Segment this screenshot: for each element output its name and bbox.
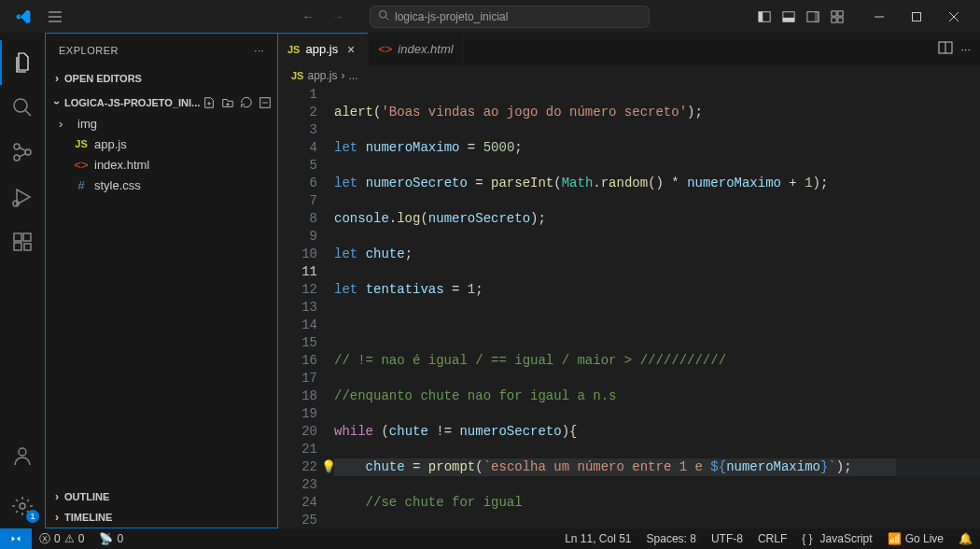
new-file-icon[interactable] [201,94,217,111]
tabs: JS app.js × <> index.html ··· [278,33,980,65]
breadcrumb-separator: › [342,69,345,82]
scm-icon[interactable] [0,130,45,175]
file-label: app.js [94,137,127,151]
toggle-secondary-icon[interactable] [803,7,823,27]
encoding-status[interactable]: UTF-8 [704,532,750,545]
warning-icon: ⚠ [64,532,75,545]
more-icon[interactable]: ··· [254,45,264,56]
statusbar: ⓧ0 ⚠0 📡0 Ln 11, Col 51 Spaces: 8 UTF-8 C… [0,528,980,549]
menu-icon[interactable] [39,1,71,33]
minimize-icon[interactable] [861,0,898,33]
vscode-logo-icon [7,1,39,33]
chevron-down-icon: › [50,95,63,110]
tree-file-indexhtml[interactable]: <> index.html [46,154,277,175]
tree-file-stylecss[interactable]: # style.css [46,175,277,195]
svg-rect-10 [838,17,843,21]
file-label: style.css [94,178,141,192]
chevron-right-icon: › [49,490,64,503]
new-folder-icon[interactable] [219,94,236,111]
search-activity-icon[interactable] [0,85,45,130]
refresh-icon[interactable] [238,94,255,111]
layout-customize-icon[interactable] [827,7,847,27]
cursor-position[interactable]: Ln 11, Col 51 [557,532,638,545]
html-file-icon: <> [74,158,89,172]
eol-status[interactable]: CRLF [750,532,794,545]
svg-rect-7 [832,10,836,15]
settings-gear-icon[interactable]: 1 [0,484,45,528]
command-center-text: logica-js-projeto_inicial [395,10,508,23]
svg-rect-9 [832,17,836,21]
svg-rect-6 [815,11,819,21]
js-file-icon: JS [74,138,89,149]
svg-rect-2 [759,11,763,21]
run-debug-icon[interactable] [0,175,45,219]
folder-label: img [77,117,97,131]
project-header[interactable]: › LOGICA-JS-PROJETO_INI... [46,92,277,113]
svg-rect-8 [838,10,843,15]
open-editors-label: OPEN EDITORS [64,73,142,84]
lightbulb-icon[interactable]: 💡 [321,458,336,476]
svg-point-14 [14,155,20,161]
svg-point-12 [14,99,27,112]
toggle-sidebar-icon[interactable] [754,7,775,27]
explorer-title: EXPLORER [59,45,119,56]
js-file-icon: JS [291,70,303,81]
svg-rect-19 [14,243,21,250]
tab-indexhtml[interactable]: <> index.html [369,33,463,65]
js-file-icon: JS [287,44,300,55]
golive-status[interactable]: 📶Go Live [880,532,951,545]
tree-folder-img[interactable]: › img [46,113,277,134]
toggle-panel-icon[interactable] [778,7,799,27]
breadcrumb-ellipsis: ... [349,69,358,82]
close-icon[interactable] [935,0,973,33]
chevron-right-icon: › [59,117,72,131]
problems-status[interactable]: ⓧ0 ⚠0 [32,528,91,549]
remote-icon[interactable] [0,528,32,549]
language-status[interactable]: { }JavaScript [794,532,879,545]
svg-point-13 [14,144,20,149]
titlebar: ← → logica-js-projeto_inicial [0,0,980,33]
timeline-header[interactable]: › TIMELINE [46,507,277,528]
tab-label: app.js [305,42,338,56]
account-icon[interactable] [0,433,45,478]
tab-appjs[interactable]: JS app.js × [278,33,369,65]
more-actions-icon[interactable]: ··· [960,42,971,56]
outline-header[interactable]: › OUTLINE [46,486,277,507]
split-editor-icon[interactable] [938,40,953,58]
svg-point-15 [25,149,31,155]
main-area: 1 EXPLORER ··· › OPEN EDITORS › LOGICA-J… [0,33,980,528]
code-content[interactable]: alert('Boas vindas ao jogo do número sec… [334,86,980,528]
svg-rect-17 [14,233,21,241]
extensions-icon[interactable] [0,219,45,264]
nav-back-icon[interactable]: ← [295,4,321,30]
svg-point-22 [20,503,25,509]
svg-point-21 [19,448,26,456]
error-icon: ⓧ [39,531,50,547]
sidebar: EXPLORER ··· › OPEN EDITORS › LOGICA-JS-… [45,33,278,528]
ports-status[interactable]: 📡0 [91,528,131,549]
indentation-status[interactable]: Spaces: 8 [639,532,704,545]
chevron-right-icon: › [49,511,64,524]
broadcast-icon: 📶 [888,532,902,545]
timeline-label: TIMELINE [64,512,112,523]
nav-forward-icon[interactable]: → [325,4,351,30]
command-center[interactable]: logica-js-projeto_inicial [370,6,650,28]
file-label: index.html [94,158,149,172]
maximize-icon[interactable] [898,0,935,33]
sidebar-title: EXPLORER ··· [46,34,277,66]
notifications-icon[interactable]: 🔔 [951,532,980,545]
chevron-right-icon: › [49,72,64,85]
svg-rect-18 [23,233,31,241]
svg-rect-4 [783,17,794,21]
project-name: LOGICA-JS-PROJETO_INI... [64,97,200,108]
explorer-icon[interactable] [0,40,45,85]
css-file-icon: # [74,178,89,192]
breadcrumb[interactable]: JS app.js › ... [278,65,980,86]
activitybar: 1 [0,33,45,528]
minimap[interactable] [896,86,980,528]
tab-close-icon[interactable]: × [343,42,358,57]
collapse-icon[interactable] [257,94,273,111]
open-editors-header[interactable]: › OPEN EDITORS [46,68,277,89]
tree-file-appjs[interactable]: JS app.js [46,134,277,154]
code-editor[interactable]: 1234567891011121314151617181920212223242… [278,86,980,528]
